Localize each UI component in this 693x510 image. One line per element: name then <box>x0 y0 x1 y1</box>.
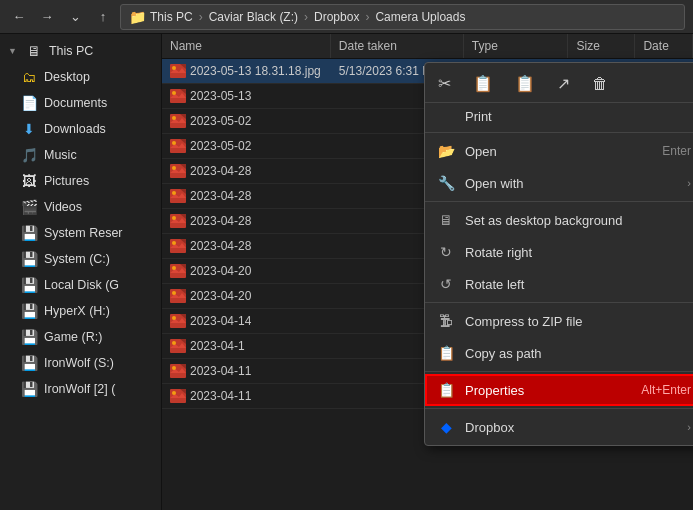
sidebar-item-documents[interactable]: 📄 Documents <box>0 90 161 116</box>
sidebar-label-downloads: Downloads <box>44 122 106 136</box>
file-icon <box>170 163 186 179</box>
sidebar: ▼ 🖥 This PC 🗂 Desktop 📄 Documents ⬇ Down… <box>0 34 162 510</box>
ctx-dropbox-arrow: › <box>687 421 691 433</box>
ctx-dropbox-label: Dropbox <box>465 420 677 435</box>
sidebar-item-this-pc[interactable]: ▼ 🖥 This PC <box>0 38 161 64</box>
ctx-copy-icon[interactable]: 📋 <box>470 71 496 96</box>
sidebar-label-system-c: System (C:) <box>44 252 110 266</box>
file-icon <box>170 188 186 204</box>
file-name-cell: 2023-04-1 <box>162 334 331 358</box>
col-header-name[interactable]: Name <box>162 34 331 58</box>
sidebar-item-system-reser[interactable]: 💾 System Reser <box>0 220 161 246</box>
file-name-cell: 2023-04-28 <box>162 234 331 258</box>
sidebar-item-system-c[interactable]: 💾 System (C:) <box>0 246 161 272</box>
file-name-cell: 2023-04-11 <box>162 384 331 408</box>
sidebar-item-pictures[interactable]: 🖼 Pictures <box>0 168 161 194</box>
col-header-type[interactable]: Type <box>464 34 569 58</box>
ctx-item-dropbox[interactable]: ◆ Dropbox › <box>425 411 693 443</box>
file-name-text: 2023-04-11 <box>190 364 251 378</box>
file-name-text: 2023-04-20 <box>190 264 251 278</box>
file-icon <box>170 338 186 354</box>
context-menu: ✂ 📋 📋 ↗ 🗑 Print 📂 Open Enter 🔧 Open with… <box>424 62 693 446</box>
ctx-print-item[interactable]: Print <box>425 103 693 130</box>
recent-button[interactable]: ⌄ <box>64 6 86 28</box>
ctx-item-rotate-right[interactable]: ↻ Rotate right <box>425 236 693 268</box>
sidebar-item-game[interactable]: 💾 Game (R:) <box>0 324 161 350</box>
sidebar-item-music[interactable]: 🎵 Music <box>0 142 161 168</box>
ctx-open-icon: 📂 <box>437 142 455 160</box>
file-name-text: 2023-04-1 <box>190 339 245 353</box>
ctx-properties-icon: 📋 <box>437 381 455 399</box>
downloads-icon: ⬇ <box>20 120 38 138</box>
sidebar-item-hyperx[interactable]: 💾 HyperX (H:) <box>0 298 161 324</box>
svg-point-14 <box>172 141 176 145</box>
breadcrumb-dropbox: Dropbox <box>314 10 359 24</box>
ctx-open-shortcut: Enter <box>662 144 691 158</box>
ctx-item-open[interactable]: 📂 Open Enter <box>425 135 693 167</box>
ctx-path-label: Copy as path <box>465 346 691 361</box>
drive-icon-s2: 💾 <box>20 380 38 398</box>
file-icon <box>170 113 186 129</box>
titlebar: ← → ⌄ ↑ 📁 This PC › Caviar Black (Z:) › … <box>0 0 693 34</box>
ctx-rotate-right-icon: ↻ <box>437 243 455 261</box>
col-header-date[interactable]: Date <box>635 34 693 58</box>
file-icon <box>170 138 186 154</box>
ctx-delete-icon[interactable]: 🗑 <box>589 72 611 96</box>
sidebar-label-system-reser: System Reser <box>44 226 123 240</box>
up-button[interactable]: ↑ <box>92 6 114 28</box>
ctx-path-icon: 📋 <box>437 344 455 362</box>
ctx-item-copy-path[interactable]: 📋 Copy as path <box>425 337 693 369</box>
file-icon <box>170 88 186 104</box>
sidebar-item-ironwolf[interactable]: 💾 IronWolf (S:) <box>0 350 161 376</box>
ctx-item-compress-zip[interactable]: 🗜 Compress to ZIP file <box>425 305 693 337</box>
file-name-text: 2023-04-28 <box>190 164 251 178</box>
file-name-text: 2023-04-28 <box>190 239 251 253</box>
file-name-text: 2023-04-14 <box>190 314 251 328</box>
ctx-cut-icon[interactable]: ✂ <box>435 71 454 96</box>
file-name-cell: 2023-04-11 <box>162 359 331 383</box>
ctx-share-icon[interactable]: ↗ <box>554 71 573 96</box>
col-header-size[interactable]: Size <box>568 34 635 58</box>
sidebar-label-pictures: Pictures <box>44 174 89 188</box>
ctx-paste-icon[interactable]: 📋 <box>512 71 538 96</box>
svg-point-34 <box>172 266 176 270</box>
file-name-text: 2023-05-02 <box>190 114 251 128</box>
ctx-divider-1 <box>425 132 693 133</box>
documents-icon: 📄 <box>20 94 38 112</box>
forward-button[interactable]: → <box>36 6 58 28</box>
ctx-desktop-icon: 🖥 <box>437 211 455 229</box>
breadcrumb-drive: Caviar Black (Z:) <box>209 10 298 24</box>
ctx-toolbar: ✂ 📋 📋 ↗ 🗑 <box>425 65 693 103</box>
file-name-cell: 2023-05-02 <box>162 134 331 158</box>
ctx-item-rotate-left[interactable]: ↺ Rotate left <box>425 268 693 300</box>
svg-point-30 <box>172 241 176 245</box>
file-icon <box>170 388 186 404</box>
computer-icon: 🖥 <box>25 42 43 60</box>
sidebar-item-videos[interactable]: 🎬 Videos <box>0 194 161 220</box>
file-header: Name Date taken Type Size Date <box>162 34 693 59</box>
col-header-date-taken[interactable]: Date taken <box>331 34 464 58</box>
sidebar-item-local-g[interactable]: 💾 Local Disk (G <box>0 272 161 298</box>
back-button[interactable]: ← <box>8 6 30 28</box>
file-icon <box>170 263 186 279</box>
breadcrumb-folder-icon: 📁 <box>129 9 146 25</box>
ctx-rotate-right-label: Rotate right <box>465 245 691 260</box>
sidebar-item-downloads[interactable]: ⬇ Downloads <box>0 116 161 142</box>
ctx-open-with-label: Open with <box>465 176 677 191</box>
ctx-item-properties[interactable]: 📋 Properties Alt+Enter <box>425 374 693 406</box>
ctx-item-open-with[interactable]: 🔧 Open with › <box>425 167 693 199</box>
sidebar-item-desktop[interactable]: 🗂 Desktop <box>0 64 161 90</box>
file-icon <box>170 363 186 379</box>
sidebar-label-documents: Documents <box>44 96 107 110</box>
ctx-properties-shortcut: Alt+Enter <box>641 383 691 397</box>
folder-icon: 🗂 <box>20 68 38 86</box>
sidebar-label-ironwolf2: IronWolf [2] ( <box>44 382 115 396</box>
breadcrumb[interactable]: 📁 This PC › Caviar Black (Z:) › Dropbox … <box>120 4 685 30</box>
drive-icon-g: 💾 <box>20 276 38 294</box>
sidebar-item-ironwolf2[interactable]: 💾 IronWolf [2] ( <box>0 376 161 402</box>
drive-icon-c: 💾 <box>20 250 38 268</box>
breadcrumb-camera: Camera Uploads <box>375 10 465 24</box>
ctx-item-set-desktop[interactable]: 🖥 Set as desktop background <box>425 204 693 236</box>
ctx-divider-2 <box>425 201 693 202</box>
file-icon <box>170 288 186 304</box>
